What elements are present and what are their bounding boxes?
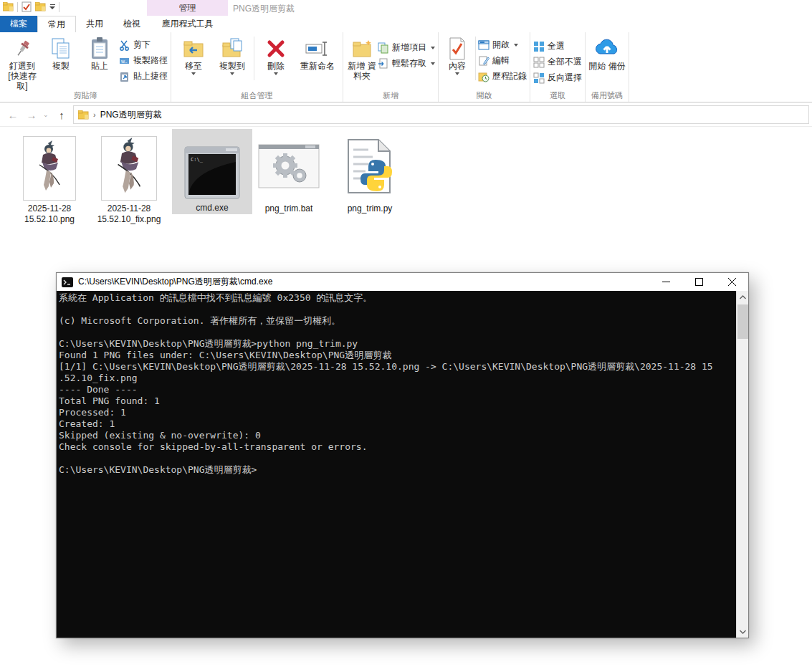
address-bar[interactable]: › PNG透明層剪裁 — [73, 105, 809, 124]
divider — [475, 37, 476, 80]
copy-path-icon: w.. — [119, 55, 130, 67]
tab-view[interactable]: 檢視 — [113, 16, 151, 32]
group-label-open: 開啟 — [439, 90, 530, 101]
png-thumbnail-art — [34, 140, 65, 196]
rename-button[interactable]: 重新命名 — [295, 35, 340, 71]
minimize-button[interactable] — [649, 273, 682, 291]
ribbon-group-organize: 移至 複製到 刪除 重新命 — [171, 32, 343, 102]
scrollbar-thumb[interactable] — [737, 304, 748, 339]
quick-access-toolbar — [3, 1, 59, 12]
ribbon-group-clipboard: 釘選到 [快速存取] 複製 貼上 剪下 w.. — [0, 32, 171, 102]
back-button[interactable]: ← — [6, 109, 20, 121]
properties-icon[interactable] — [22, 1, 32, 12]
move-to-icon — [183, 37, 204, 61]
tab-application-tools[interactable]: 應用程式工具 — [147, 16, 228, 32]
file-label: cmd.exe — [196, 203, 228, 213]
console-line — [59, 453, 736, 464]
file-label: 2025-11-28 15.52.10.png — [24, 203, 75, 225]
select-none-icon — [533, 57, 545, 68]
pushpin-icon — [13, 37, 32, 61]
file-label: 2025-11-28 15.52.10_fix.png — [97, 203, 161, 225]
console-line: Created: 1 — [59, 418, 736, 430]
ribbon-tabs: 檔案 常用 共用 檢視 應用程式工具 — [0, 16, 812, 32]
paste-shortcut-icon — [119, 71, 130, 82]
move-to-button[interactable]: 移至 — [174, 35, 213, 75]
invert-selection-button[interactable]: 反向選擇 — [533, 71, 582, 85]
console-line — [59, 327, 736, 338]
console-line: Check console for skipped-by-all-transpa… — [59, 441, 736, 453]
cut-button[interactable]: 剪下 — [119, 38, 168, 52]
console-line: [1/1] C:\Users\KEVIN\Desktop\PNG透明層剪裁\20… — [59, 361, 736, 373]
select-all-button[interactable]: 全選 — [533, 39, 582, 53]
maximize-button[interactable] — [682, 273, 715, 291]
easy-access-button[interactable]: 輕鬆存取 — [378, 57, 435, 70]
dropdown-caret-icon — [274, 72, 278, 75]
paste-button[interactable]: 貼上 — [80, 35, 119, 71]
copy-to-button[interactable]: 複製到 — [213, 35, 252, 75]
python-file-icon — [347, 138, 393, 194]
context-tab-manage[interactable]: 管理 — [147, 0, 228, 16]
file-item-png-trim-py[interactable]: png_trim.py — [335, 130, 404, 214]
rename-icon — [305, 37, 330, 61]
console-line: Found 1 PNG files under: C:\Users\KEVIN\… — [59, 350, 736, 361]
file-item-png-trim-bat[interactable]: png_trim.bat — [255, 130, 323, 214]
ribbon-group-backup: 開始 備份 備用號碼 — [586, 32, 629, 102]
delete-button[interactable]: 刪除 — [257, 35, 295, 75]
properties-button[interactable]: 內容 — [441, 35, 473, 75]
copy-to-icon — [221, 37, 243, 61]
cmd-titlebar[interactable]: C:\Users\KEVIN\Desktop\PNG透明層剪裁\cmd.exe — [57, 273, 748, 291]
edit-pencil-icon — [478, 55, 489, 67]
history-clock-icon — [478, 71, 489, 82]
group-label-backup: 備用號碼 — [586, 90, 629, 101]
tab-home[interactable]: 常用 — [37, 16, 76, 32]
breadcrumb[interactable]: PNG透明層剪裁 — [100, 109, 162, 121]
start-backup-button[interactable]: 開始 備份 — [588, 35, 626, 71]
cmd-icon — [62, 277, 73, 287]
up-button[interactable]: ↑ — [54, 109, 69, 121]
customize-qat-icon[interactable] — [49, 4, 55, 9]
delete-x-icon — [266, 37, 286, 61]
console-line: 系統在 Application 的訊息檔中找不到訊息編號 0x2350 的訊息文… — [59, 292, 736, 304]
open-button[interactable]: 開啟 — [478, 38, 527, 52]
new-folder-button[interactable]: 新增 資料夾 — [346, 35, 378, 81]
cmd-window-title: C:\Users\KEVIN\Desktop\PNG透明層剪裁\cmd.exe — [78, 276, 644, 288]
scroll-up-icon[interactable] — [737, 291, 749, 303]
close-button[interactable] — [715, 273, 748, 291]
pin-to-quick-access-button[interactable]: 釘選到 [快速存取] — [3, 35, 42, 91]
file-label: png_trim.py — [348, 203, 393, 214]
file-item-cmd-exe[interactable]: C:\_ cmd.exe — [172, 129, 252, 214]
console-line: Total PNG found: 1 — [59, 395, 736, 407]
batch-file-icon — [258, 144, 320, 188]
file-item-png-original[interactable]: 2025-11-28 15.52.10.png — [20, 130, 79, 225]
folder-icon[interactable] — [35, 2, 46, 11]
cmd-window: C:\Users\KEVIN\Desktop\PNG透明層剪裁\cmd.exe … — [56, 272, 749, 638]
console-line: Skipped (existing & no-overwrite): 0 — [59, 430, 736, 441]
console-window-icon: C:\_ — [184, 146, 240, 199]
tab-share[interactable]: 共用 — [76, 16, 113, 32]
group-label-organize: 組合管理 — [171, 90, 343, 101]
history-button[interactable]: 歷程記錄 — [478, 69, 527, 83]
copy-button[interactable]: 複製 — [42, 35, 80, 71]
folder-icon — [78, 110, 89, 120]
copy-path-button[interactable]: w.. 複製路徑 — [119, 54, 168, 67]
select-all-icon — [533, 41, 545, 52]
scissors-icon — [119, 39, 130, 51]
recent-locations-dropdown[interactable]: ⌄ — [43, 111, 50, 118]
forward-button[interactable]: → — [24, 109, 39, 121]
select-none-button[interactable]: 全部不選 — [533, 55, 582, 69]
edit-button[interactable]: 編輯 — [478, 54, 527, 67]
dropdown-caret-icon — [191, 72, 196, 75]
cloud-backup-icon — [593, 37, 621, 61]
scroll-down-icon[interactable] — [737, 625, 749, 638]
console-line: C:\Users\KEVIN\Desktop\PNG透明層剪裁>python p… — [59, 338, 736, 350]
folder-icon[interactable] — [3, 2, 14, 11]
dropdown-caret-icon — [431, 62, 435, 65]
file-item-png-fixed[interactable]: 2025-11-28 15.52.10_fix.png — [97, 130, 161, 225]
console-line: Processed: 1 — [59, 407, 736, 418]
paste-shortcut-button[interactable]: 貼上捷徑 — [119, 69, 168, 83]
console-line — [59, 304, 736, 315]
console-scrollbar[interactable] — [736, 291, 748, 638]
tab-file[interactable]: 檔案 — [0, 16, 37, 32]
new-item-button[interactable]: 新增項目 — [378, 41, 435, 54]
console-line: ---- Done ---- — [59, 384, 736, 395]
